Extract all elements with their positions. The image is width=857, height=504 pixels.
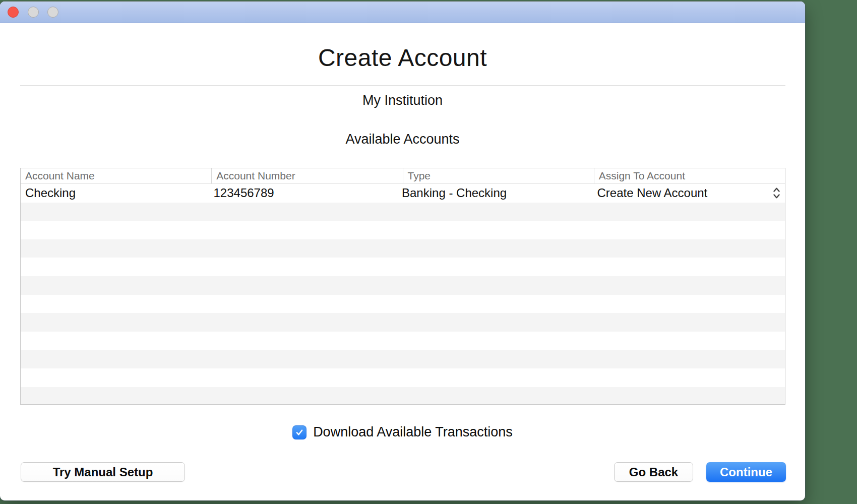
checkbox-label: Download Available Transactions [313, 424, 513, 440]
cell-type: Banking - Checking [397, 186, 586, 200]
empty-table-row [21, 350, 785, 368]
stepper-icon[interactable] [772, 186, 781, 200]
column-header-type[interactable]: Type [403, 168, 594, 183]
table-header: Account Name Account Number Type Assign … [21, 168, 785, 184]
zoom-button[interactable] [47, 7, 58, 18]
header-divider [20, 85, 785, 86]
empty-table-row [21, 387, 785, 405]
create-account-window: Create Account My Institution Available … [0, 2, 805, 500]
account-row[interactable]: Checking 123456789 Banking - Checking Cr… [21, 184, 785, 203]
table-body: Checking 123456789 Banking - Checking Cr… [21, 184, 785, 405]
column-header-account-name[interactable]: Account Name [21, 168, 211, 183]
column-header-account-number[interactable]: Account Number [211, 168, 402, 183]
window-titlebar[interactable] [0, 2, 805, 23]
assign-to-account-select[interactable]: Create New Account [586, 186, 785, 200]
close-button[interactable] [8, 7, 19, 18]
page-title: Create Account [0, 44, 805, 72]
empty-table-row [21, 332, 785, 350]
empty-table-row [21, 313, 785, 332]
go-back-button[interactable]: Go Back [614, 462, 693, 482]
assign-to-account-value: Create New Account [597, 186, 708, 200]
empty-table-row [21, 276, 785, 295]
accounts-table: Account Name Account Number Type Assign … [20, 168, 785, 405]
institution-name: My Institution [0, 93, 805, 108]
try-manual-setup-button[interactable]: Try Manual Setup [21, 462, 185, 482]
empty-table-row [21, 203, 785, 221]
empty-table-row [21, 221, 785, 239]
empty-table-row [21, 295, 785, 313]
empty-table-row [21, 368, 785, 387]
available-accounts-heading: Available Accounts [0, 132, 805, 147]
checkbox-checked-icon[interactable] [292, 425, 307, 439]
column-header-assign-to-account[interactable]: Assign To Account [594, 168, 785, 183]
continue-button[interactable]: Continue [706, 462, 786, 482]
cell-account-name: Checking [21, 186, 209, 200]
empty-table-row [21, 258, 785, 276]
cell-account-number: 123456789 [209, 186, 398, 200]
minimize-button[interactable] [28, 7, 39, 18]
download-transactions-option[interactable]: Download Available Transactions [0, 424, 805, 440]
empty-table-row [21, 239, 785, 258]
